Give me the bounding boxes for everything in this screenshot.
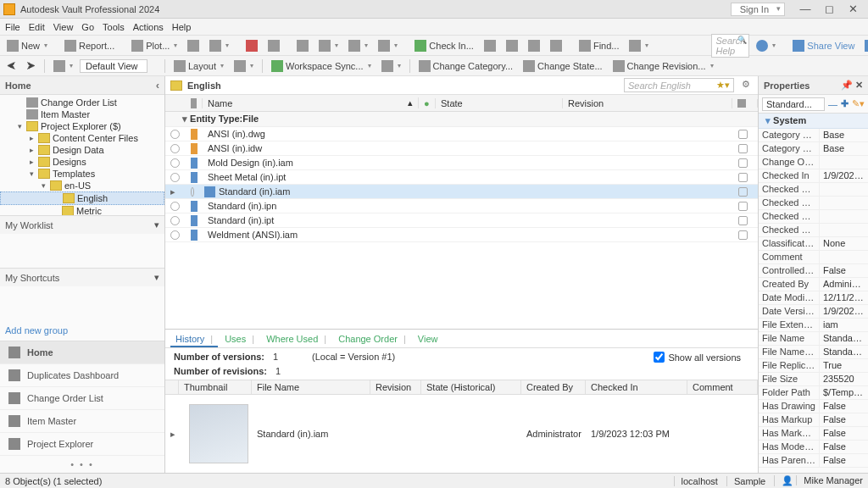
props-group-system[interactable]: System xyxy=(759,114,868,129)
menu-view[interactable]: View xyxy=(53,22,74,32)
folder-tree[interactable]: Change Order ListItem Master▾Project Exp… xyxy=(0,95,164,215)
menu-go[interactable]: Go xyxy=(81,22,94,32)
property-row[interactable]: Checked In1/9/2023 12:... xyxy=(759,169,868,183)
file-grid[interactable]: Name▴ ● State Revision Entity Type:File … xyxy=(165,95,758,329)
entity-group[interactable]: Entity Type:File xyxy=(165,112,758,127)
tree-node[interactable]: ▾en-US xyxy=(0,180,164,191)
layout-button[interactable]: Layout xyxy=(170,59,227,73)
file-row[interactable]: Weldment (ANSI).iam xyxy=(165,228,758,242)
property-row[interactable]: Has Model S...False xyxy=(759,441,868,454)
property-row[interactable]: Has Parent ...False xyxy=(759,454,868,468)
tree-node[interactable]: ▾Project Explorer ($) xyxy=(0,120,164,132)
property-row[interactable]: Checked Ou... xyxy=(759,210,868,224)
property-row[interactable]: File NameStandard (in)... xyxy=(759,332,868,346)
add-new-group-link[interactable]: Add new group xyxy=(0,320,164,341)
file-row[interactable]: ANSI (in).idw xyxy=(165,141,758,156)
doc3-icon[interactable] xyxy=(345,39,371,53)
search-folder-input[interactable]: Search English★▾ xyxy=(624,78,734,92)
file-row[interactable]: ▸Standard (in).iam xyxy=(165,185,758,199)
delete-icon[interactable] xyxy=(242,39,261,53)
tree-node[interactable]: ▸Designs xyxy=(0,156,164,168)
tab-view[interactable]: View xyxy=(413,332,447,347)
file-row[interactable]: Mold Design (in).iam xyxy=(165,156,758,170)
col-name[interactable]: Name▴ xyxy=(203,97,419,108)
workspace-sync-button[interactable]: Workspace Sync... xyxy=(268,59,375,73)
menu-actions[interactable]: Actions xyxy=(133,22,164,32)
menu-tools[interactable]: Tools xyxy=(103,22,125,32)
co2-icon[interactable] xyxy=(503,39,521,53)
share-view-button[interactable]: Share View xyxy=(789,39,858,53)
find-button[interactable]: Find... xyxy=(576,39,623,53)
signin-button[interactable]: Sign In xyxy=(731,3,785,16)
col-state[interactable]: State xyxy=(436,98,563,108)
property-row[interactable]: File Name (...Standard (in)... xyxy=(759,346,868,359)
co4-icon[interactable] xyxy=(547,39,565,53)
menu-file[interactable]: File xyxy=(5,22,20,32)
layout2-icon[interactable] xyxy=(231,59,257,73)
checkin-button[interactable]: Check In... xyxy=(411,39,477,53)
menu-edit[interactable]: Edit xyxy=(29,22,45,32)
props-plus-icon[interactable]: ✚ xyxy=(841,98,849,109)
co1-icon[interactable] xyxy=(481,39,499,53)
tree-node[interactable]: Item Master xyxy=(0,108,164,120)
print-icon[interactable] xyxy=(184,39,203,53)
tab-change-order[interactable]: Change Order xyxy=(333,332,411,347)
collapse-icon[interactable]: ‹ xyxy=(156,79,159,92)
plot-button[interactable]: Plot... xyxy=(128,39,181,53)
worklist-header[interactable]: My Worklist▾ xyxy=(0,216,164,234)
minimize-button[interactable]: — xyxy=(793,3,817,15)
property-row[interactable]: Change Ord... xyxy=(759,156,868,169)
nav-change-order[interactable]: Change Order List xyxy=(0,387,164,410)
property-row[interactable]: File Size235520 xyxy=(759,373,868,386)
file-row[interactable]: ANSI (in).dwg xyxy=(165,127,758,141)
doc1-icon[interactable] xyxy=(293,39,312,53)
property-row[interactable]: Has MarkupFalse xyxy=(759,413,868,427)
tab-history[interactable]: History xyxy=(170,332,218,347)
menu-help[interactable]: Help xyxy=(172,22,192,32)
property-row[interactable]: Comment xyxy=(759,251,868,264)
tab-where-used[interactable]: Where Used xyxy=(261,332,331,347)
property-row[interactable]: Category Na...Base xyxy=(759,129,868,142)
tree-node[interactable]: ▾Templates xyxy=(0,168,164,180)
doc4-icon[interactable] xyxy=(375,39,401,53)
find-dd-icon[interactable] xyxy=(626,39,652,53)
tree-node[interactable]: ▸Design Data xyxy=(0,144,164,156)
report-button[interactable]: Report... xyxy=(61,39,118,53)
property-row[interactable]: Date Modified12/11/2022 1... xyxy=(759,291,868,305)
nav-item-master[interactable]: Item Master xyxy=(0,410,164,433)
settings-gear-icon[interactable]: ⚙ xyxy=(739,79,753,92)
attach-icon[interactable] xyxy=(264,39,283,53)
property-row[interactable]: Has DrawingFalse xyxy=(759,400,868,413)
file-row[interactable]: Standard (in).ipn xyxy=(165,199,758,214)
back-icon[interactable]: ⮜ xyxy=(3,60,19,72)
file-row[interactable]: Standard (in).ipt xyxy=(165,214,758,228)
tab-uses[interactable]: Uses xyxy=(220,332,259,347)
property-row[interactable]: ClassificationNone xyxy=(759,237,868,251)
print-dd-icon[interactable] xyxy=(206,39,232,53)
props-combo[interactable]: Standard... xyxy=(762,97,825,111)
forward-icon[interactable]: ⮞ xyxy=(23,60,39,72)
pin-icon[interactable]: 📌 xyxy=(841,80,853,90)
nav-duplicates[interactable]: Duplicates Dashboard xyxy=(0,364,164,387)
maximize-button[interactable]: ◻ xyxy=(817,3,841,15)
tree-node[interactable]: Metric xyxy=(0,205,164,215)
change-category-button[interactable]: Change Category... xyxy=(415,59,517,73)
property-row[interactable]: File Extensioniam xyxy=(759,319,868,332)
col-revision[interactable]: Revision xyxy=(563,98,732,108)
change-revision-button[interactable]: Change Revision... xyxy=(609,59,717,73)
props-minus-icon[interactable]: — xyxy=(828,99,837,109)
view-combo[interactable]: Default View xyxy=(80,59,147,73)
property-row[interactable]: Controlled B...False xyxy=(759,264,868,278)
property-row[interactable]: Checked Ou... xyxy=(759,197,868,210)
property-row[interactable]: Has Markup...False xyxy=(759,427,868,441)
nav-more-icon[interactable]: • • • xyxy=(0,456,164,473)
property-row[interactable]: Checked Out xyxy=(759,183,868,197)
close-panel-icon[interactable]: ✕ xyxy=(855,80,863,90)
property-row[interactable]: Created ByAdministrator xyxy=(759,278,868,291)
props-edit-icon[interactable]: ✎▾ xyxy=(852,98,865,109)
detail-row[interactable]: ▸ Standard (in).iam Administrator 1/9/20… xyxy=(165,395,758,473)
property-row[interactable]: Checked Ou... xyxy=(759,224,868,237)
help-dd-icon[interactable] xyxy=(753,39,779,53)
property-row[interactable]: File Replicat...True xyxy=(759,359,868,373)
property-row[interactable]: Date Version...1/9/2023 12:... xyxy=(759,305,868,319)
